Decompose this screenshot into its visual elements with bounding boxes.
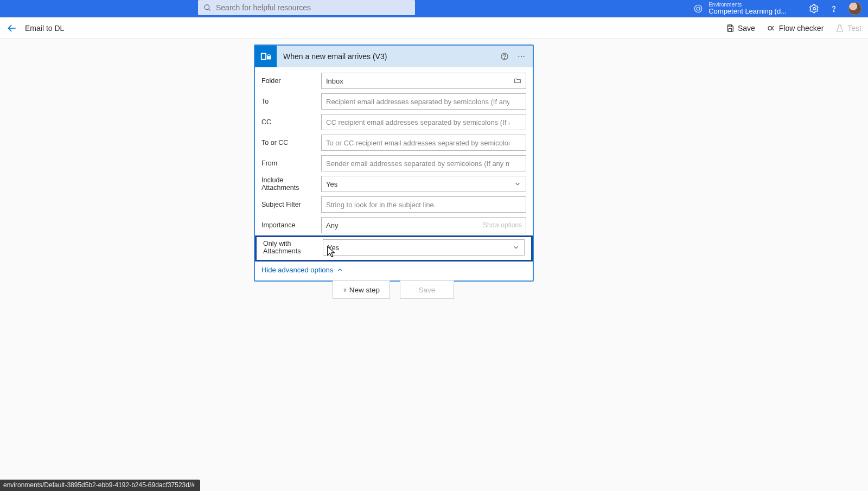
svg-point-5 <box>833 11 834 12</box>
save-button[interactable]: Save <box>400 280 454 299</box>
only-with-attachments-label: Only with Attachments <box>263 240 323 255</box>
hide-advanced-options-link[interactable]: Hide advanced options <box>261 262 526 280</box>
include-attachments-select[interactable]: Yes <box>321 176 526 192</box>
toorcc-input[interactable] <box>321 135 526 151</box>
svg-point-17 <box>524 55 525 56</box>
search-box[interactable] <box>198 0 415 15</box>
environment-picker[interactable]: Environments Competent Learning (d... <box>693 0 787 17</box>
info-icon[interactable] <box>500 52 509 61</box>
svg-point-2 <box>697 7 700 10</box>
chevron-down-icon <box>514 180 521 188</box>
help-icon[interactable] <box>829 4 839 14</box>
environment-name: Competent Learning (d... <box>709 8 787 15</box>
more-icon[interactable] <box>516 52 526 61</box>
include-attachments-label: Include Attachments <box>261 176 321 192</box>
from-input[interactable] <box>321 155 526 171</box>
suite-header: Environments Competent Learning (d... <box>0 0 868 17</box>
test-label: Test <box>847 24 861 33</box>
back-button[interactable] <box>7 23 17 34</box>
trigger-header[interactable]: When a new email arrives (V3) <box>255 46 533 67</box>
cc-label: CC <box>261 118 321 126</box>
folder-label: Folder <box>261 77 321 85</box>
flow-checker-icon <box>767 24 776 33</box>
svg-point-0 <box>205 4 209 9</box>
flow-checker-label: Flow checker <box>779 24 824 33</box>
flow-checker-command[interactable]: Flow checker <box>767 24 824 33</box>
include-attachments-value: Yes <box>326 180 337 188</box>
hide-advanced-options-label: Hide advanced options <box>261 266 333 274</box>
search-icon <box>203 4 212 12</box>
test-icon <box>835 24 844 33</box>
only-with-attachments-value: Yes <box>328 244 339 252</box>
svg-point-14 <box>504 58 505 59</box>
importance-label: Importance <box>261 221 321 229</box>
svg-line-1 <box>208 9 210 10</box>
svg-point-4 <box>813 8 816 10</box>
toorcc-label: To or CC <box>261 139 321 146</box>
folder-input[interactable] <box>321 73 526 89</box>
only-with-attachments-select[interactable]: Yes <box>323 239 525 256</box>
settings-icon[interactable] <box>809 4 819 14</box>
show-options-link[interactable]: Show options <box>483 221 522 229</box>
flow-canvas: When a new email arrives (V3) Folder To … <box>0 39 868 491</box>
save-icon <box>726 24 735 33</box>
user-avatar[interactable] <box>848 2 861 15</box>
environments-label: Environments <box>709 2 787 8</box>
to-label: To <box>261 98 321 105</box>
flow-title: Email to DL <box>25 24 64 33</box>
new-step-button[interactable]: + New step <box>333 280 390 299</box>
outlook-connector-icon <box>255 46 277 67</box>
svg-point-15 <box>518 55 519 56</box>
svg-point-16 <box>521 55 522 56</box>
svg-point-9 <box>768 26 772 30</box>
trigger-title: When a new email arrives (V3) <box>283 52 500 61</box>
svg-rect-7 <box>729 25 731 27</box>
svg-rect-8 <box>729 28 731 31</box>
new-step-label: + New step <box>343 286 380 294</box>
save-command[interactable]: Save <box>726 24 755 33</box>
test-command[interactable]: Test <box>835 24 861 33</box>
svg-point-3 <box>694 5 702 12</box>
trigger-card: When a new email arrives (V3) Folder To … <box>254 44 534 282</box>
subject-filter-input[interactable] <box>321 196 526 213</box>
save-label: Save <box>738 24 755 33</box>
from-label: From <box>261 160 321 167</box>
folder-picker-icon[interactable] <box>513 77 522 85</box>
chevron-down-icon <box>512 244 520 251</box>
trigger-body: Folder To CC To or CC From <box>255 67 533 280</box>
only-with-attachments-highlight: Only with Attachments Yes <box>255 235 533 262</box>
command-bar: Email to DL Save Flow checker Test <box>0 17 868 39</box>
status-bar-url: environments/Default-3895d5b2-ebb9-4192-… <box>0 480 200 491</box>
environment-icon <box>693 4 703 14</box>
back-arrow-icon <box>7 23 17 34</box>
search-input[interactable] <box>216 3 410 12</box>
save-button-label: Save <box>419 286 436 294</box>
subject-filter-label: Subject Filter <box>261 201 321 208</box>
svg-rect-12 <box>262 54 265 59</box>
to-input[interactable] <box>321 93 526 110</box>
cc-input[interactable] <box>321 114 526 130</box>
chevron-up-icon <box>336 266 343 273</box>
